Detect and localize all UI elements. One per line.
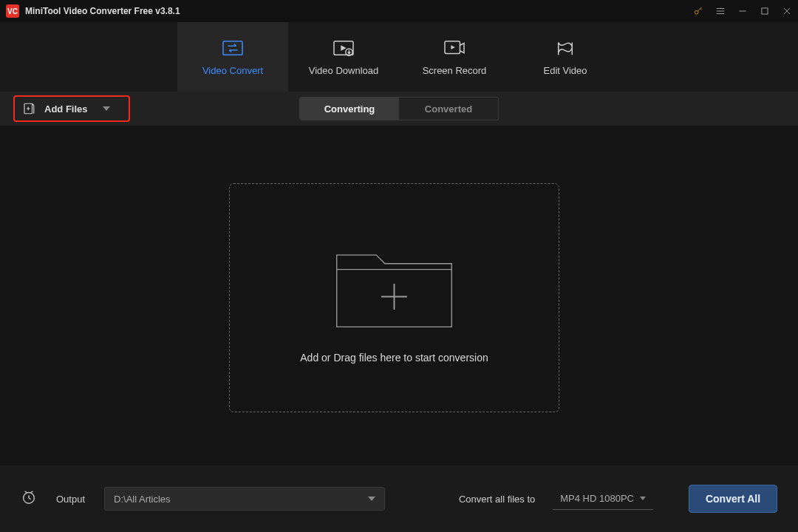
chevron-down-icon [640, 497, 646, 500]
svg-marker-4 [341, 45, 346, 50]
chevron-down-icon [368, 497, 375, 501]
svg-rect-1 [762, 8, 768, 14]
output-label: Output [56, 494, 85, 505]
add-files-button[interactable]: Add Files [13, 97, 119, 120]
download-icon [332, 38, 355, 58]
tab-label: Edit Video [543, 65, 587, 76]
footer: Output D:\All Articles Convert all files… [0, 466, 798, 532]
tab-screen-record[interactable]: Screen Record [399, 22, 510, 92]
chevron-down-icon [103, 106, 110, 111]
tab-edit-video[interactable]: Edit Video [510, 22, 621, 92]
app-logo: VC [6, 4, 19, 18]
titlebar-right [693, 6, 792, 16]
svg-point-0 [695, 10, 698, 14]
format-value: MP4 HD 1080PC [560, 493, 634, 504]
toolbar: Add Files Converting Converted [0, 92, 798, 126]
upgrade-key-icon[interactable] [693, 6, 703, 16]
dropzone-hint: Add or Drag files here to start conversi… [300, 352, 488, 364]
svg-marker-7 [451, 45, 455, 50]
tab-video-convert[interactable]: Video Convert [177, 22, 288, 92]
titlebar-left: VC MiniTool Video Converter Free v3.8.1 [6, 4, 180, 18]
add-files-label: Add Files [44, 103, 88, 115]
record-icon [443, 38, 466, 58]
menu-icon[interactable] [715, 6, 726, 16]
output-folder-select[interactable]: D:\All Articles [104, 487, 385, 511]
status-tabs: Converting Converted [299, 97, 499, 120]
tab-video-download[interactable]: Video Download [288, 22, 399, 92]
main-area: Add or Drag files here to start conversi… [0, 126, 798, 466]
status-tab-converted[interactable]: Converted [399, 98, 498, 120]
dropzone[interactable]: Add or Drag files here to start conversi… [229, 183, 559, 412]
maximize-icon[interactable] [760, 6, 770, 16]
folder-plus-icon [330, 232, 459, 335]
main-tab-row: Video Convert Video Download Screen Reco… [0, 22, 798, 92]
status-tab-converting[interactable]: Converting [300, 98, 399, 120]
edit-video-icon [554, 38, 576, 58]
tab-label: Video Convert [202, 65, 263, 76]
convert-all-button[interactable]: Convert All [689, 485, 777, 513]
add-file-icon [22, 102, 35, 115]
clock-icon[interactable] [21, 489, 37, 508]
minimize-icon[interactable] [737, 6, 748, 16]
output-path: D:\All Articles [114, 494, 171, 505]
titlebar: VC MiniTool Video Converter Free v3.8.1 [0, 0, 798, 22]
output-format-select[interactable]: MP4 HD 1080PC [553, 488, 653, 510]
convert-all-files-to-label: Convert all files to [459, 494, 535, 505]
app-title: MiniTool Video Converter Free v3.8.1 [25, 6, 180, 16]
convert-arrows-icon [222, 38, 244, 58]
tab-label: Video Download [309, 65, 378, 76]
tab-label: Screen Record [423, 65, 487, 76]
svg-rect-2 [223, 41, 242, 55]
close-icon[interactable] [782, 6, 792, 16]
